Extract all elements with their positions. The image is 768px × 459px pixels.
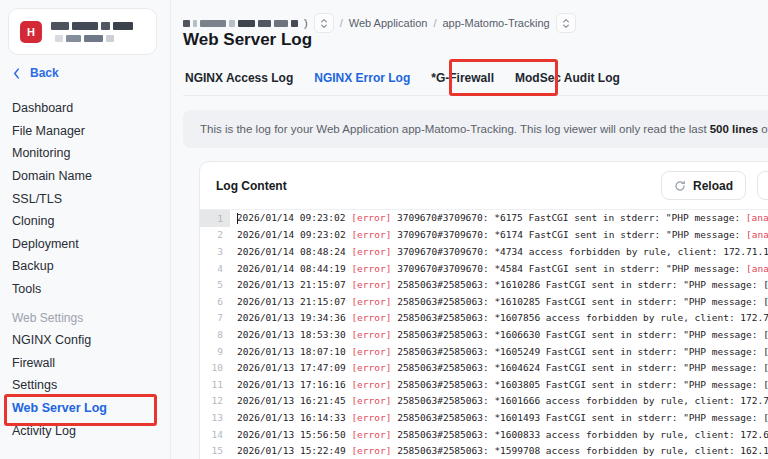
log-message-highlight: [ana xyxy=(746,263,768,274)
log-level: [error] xyxy=(351,279,391,290)
log-line-text: 2026/01/13 16:21:45 [error] 2585063#2585… xyxy=(230,395,768,406)
log-line[interactable]: 7 2026/01/13 19:34:36 [error] 2585063#25… xyxy=(200,310,768,327)
log-timestamp: 2026/01/13 16:21:45 xyxy=(237,395,351,406)
log-line[interactable]: 13 2026/01/13 16:14:33 [error] 2585063#2… xyxy=(200,409,768,426)
log-timestamp: 2026/01/13 16:14:33 xyxy=(237,412,351,423)
sidebar-item-cloning[interactable]: Cloning xyxy=(0,210,169,233)
log-line[interactable]: 9 2026/01/13 18:07:10 [error] 2585063#25… xyxy=(200,343,768,360)
log-message: 2585063#2585063: *1603805 FastCGI sent i… xyxy=(391,379,768,390)
banner-text: of the actual log file. xyxy=(761,123,768,135)
tab-g-firewall[interactable]: *G-Firewall xyxy=(429,71,496,85)
sidebar-item-label: Web Server Log xyxy=(12,401,107,415)
sidebar-item-nginx-config[interactable]: NGINX Config xyxy=(0,329,169,352)
log-line[interactable]: 5 2026/01/13 21:15:07 [error] 2585063#25… xyxy=(200,276,768,293)
log-level: [error] xyxy=(351,329,391,340)
log-content-panel: Log Content Reload 1 2026/01/14 09:23:02… xyxy=(199,161,768,459)
log-level: [error] xyxy=(351,212,391,223)
tab-nginx-access-log[interactable]: NGINX Access Log xyxy=(183,71,295,85)
log-timestamp: 2026/01/13 15:22:49 xyxy=(237,445,351,456)
log-line[interactable]: 6 2026/01/13 21:15:07 [error] 2585063#25… xyxy=(200,293,768,310)
breadcrumb-separator: / xyxy=(433,17,436,29)
sidebar-item-label: Activity Log xyxy=(12,424,76,438)
log-message: 2585063#2585063: *1610285 FastCGI sent i… xyxy=(391,296,768,307)
log-message: 2585063#2585063: *1606630 FastCGI sent i… xyxy=(391,329,768,340)
log-timestamp: 2026/01/14 08:44:19 xyxy=(237,263,351,274)
log-line[interactable]: 10 2026/01/13 17:47:09 [error] 2585063#2… xyxy=(200,359,768,376)
sidebar-item-domain-name[interactable]: Domain Name xyxy=(0,165,169,188)
log-line[interactable]: 2 2026/01/14 09:23:02 [error] 3709670#37… xyxy=(200,227,768,244)
sidebar-item-web-server-log[interactable]: Web Server Log xyxy=(0,397,169,420)
sidebar-item-dashboard[interactable]: Dashboard xyxy=(0,97,169,120)
log-line[interactable]: 11 2026/01/13 17:16:16 [error] 2585063#2… xyxy=(200,376,768,393)
log-line-text: 2026/01/13 21:15:07 [error] 2585063#2585… xyxy=(230,279,768,290)
log-level: [error] xyxy=(351,445,391,456)
main-content: ) / Web Application / app-Matomo-Trackin… xyxy=(171,0,768,459)
tab-nginx-error-log[interactable]: NGINX Error Log xyxy=(312,71,412,85)
breadcrumb-suffix: ) xyxy=(304,17,308,29)
log-level: [error] xyxy=(351,229,391,240)
log-message: 2585063#2585063: *1599708 access forbidd… xyxy=(391,445,768,456)
log-level: [error] xyxy=(351,362,391,373)
log-message: 3709670#3709670: *6174 FastCGI sent in s… xyxy=(391,229,746,240)
sidebar-item-label: Cloning xyxy=(12,214,54,228)
line-number: 15 xyxy=(200,442,230,459)
sidebar-item-backup[interactable]: Backup xyxy=(0,255,169,278)
sidebar-item-deployment[interactable]: Deployment xyxy=(0,233,169,256)
line-number: 11 xyxy=(200,376,230,393)
reload-button[interactable]: Reload xyxy=(661,171,746,200)
tab-modsec-audit-log[interactable]: ModSec Audit Log xyxy=(513,71,622,85)
line-number: 2 xyxy=(200,227,230,244)
log-line[interactable]: 1 2026/01/14 09:23:02 [error] 3709670#37… xyxy=(200,210,768,227)
sidebar-item-tools[interactable]: Tools xyxy=(0,278,169,301)
sidebar-item-label: Domain Name xyxy=(12,169,92,183)
sidebar-item-settings[interactable]: Settings xyxy=(0,374,169,397)
log-line-text: 2026/01/13 18:07:10 [error] 2585063#2585… xyxy=(230,346,768,357)
back-button[interactable]: Back xyxy=(13,66,59,80)
line-number: 5 xyxy=(200,276,230,293)
logo-card[interactable]: H xyxy=(8,8,157,55)
log-line[interactable]: 12 2026/01/13 16:21:45 [error] 2585063#2… xyxy=(200,393,768,410)
log-message: 2585063#2585063: *1601493 FastCGI sent i… xyxy=(391,412,768,423)
line-number: 4 xyxy=(200,260,230,277)
line-number: 13 xyxy=(200,409,230,426)
sidebar-item-monitoring[interactable]: Monitoring xyxy=(0,142,169,165)
log-message: 2585063#2585063: *1610286 FastCGI sent i… xyxy=(391,279,768,290)
sidebar-item-file-manager[interactable]: File Manager xyxy=(0,120,169,143)
app-selector-button[interactable] xyxy=(556,13,576,33)
sidebar-item-activity-log[interactable]: Activity Log xyxy=(0,419,169,442)
log-line-text: 2026/01/13 15:22:49 [error] 2585063#2585… xyxy=(230,445,768,456)
chevrons-up-down-icon xyxy=(320,18,328,29)
tab-bar: NGINX Access LogNGINX Error Log*G-Firewa… xyxy=(183,60,768,96)
line-number: 7 xyxy=(200,310,230,327)
breadcrumb-item-web-application[interactable]: Web Application xyxy=(349,17,428,29)
log-line[interactable]: 4 2026/01/14 08:44:19 [error] 3709670#37… xyxy=(200,260,768,277)
log-timestamp: 2026/01/13 17:47:09 xyxy=(237,362,351,373)
log-line-text: 2026/01/14 09:23:02 [error] 3709670#3709… xyxy=(230,212,768,224)
breadcrumb-item-app[interactable]: app-Matomo-Tracking xyxy=(442,17,549,29)
log-message: 2585063#2585063: *1607856 access forbidd… xyxy=(391,312,768,323)
log-level: [error] xyxy=(351,296,391,307)
log-timestamp: 2026/01/13 18:07:10 xyxy=(237,346,351,357)
log-line[interactable]: 15 2026/01/13 15:22:49 [error] 2585063#2… xyxy=(200,442,768,459)
log-line[interactable]: 8 2026/01/13 18:53:30 [error] 2585063#25… xyxy=(200,326,768,343)
log-timestamp: 2026/01/14 08:48:24 xyxy=(237,246,351,257)
sidebar-item-firewall[interactable]: Firewall xyxy=(0,352,169,375)
line-number: 10 xyxy=(200,359,230,376)
log-level: [error] xyxy=(351,395,391,406)
sidebar-item-label: File Manager xyxy=(12,124,85,138)
sidebar-item-label: Tools xyxy=(12,282,41,296)
line-number: 1 xyxy=(200,210,230,227)
log-line[interactable]: 3 2026/01/14 08:48:24 [error] 3709670#37… xyxy=(200,243,768,260)
log-viewer[interactable]: 1 2026/01/14 09:23:02 [error] 3709670#37… xyxy=(200,210,768,459)
log-line[interactable]: 14 2026/01/13 15:56:50 [error] 2585063#2… xyxy=(200,426,768,443)
secondary-button[interactable] xyxy=(757,171,768,200)
sidebar-item-label: Deployment xyxy=(12,237,79,251)
site-selector-button[interactable] xyxy=(314,13,334,33)
sidebar-item-ssl-tls[interactable]: SSL/TLS xyxy=(0,187,169,210)
line-number: 6 xyxy=(200,293,230,310)
redacted-text xyxy=(183,20,298,27)
sidebar-menu: DashboardFile ManagerMonitoringDomain Na… xyxy=(0,97,169,442)
log-level: [error] xyxy=(351,263,391,274)
chevron-left-icon xyxy=(13,68,20,79)
log-line-text: 2026/01/14 08:44:19 [error] 3709670#3709… xyxy=(230,263,768,274)
